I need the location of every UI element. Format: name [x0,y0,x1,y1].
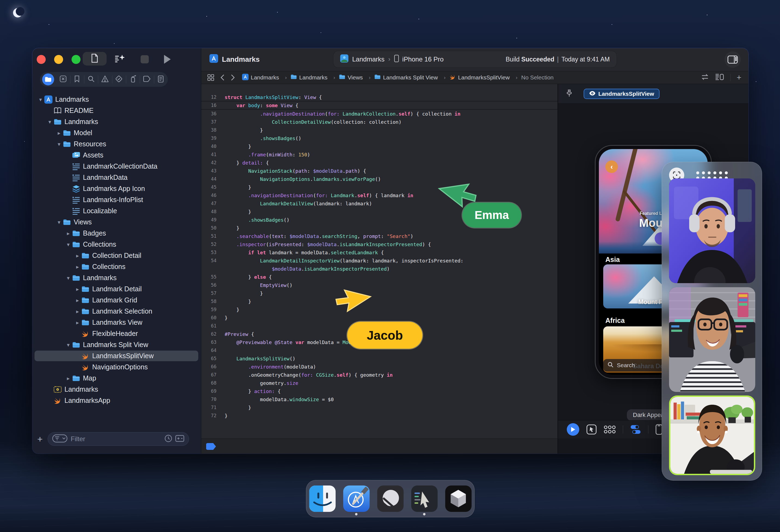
tree-item-landmark-grid[interactable]: ▸Landmark Grid [32,295,201,306]
close-button[interactable] [37,55,46,64]
tree-item-landmark-selection[interactable]: ▸Landmark Selection [32,306,201,317]
tree-item-label: LandmarksSplitView [92,352,154,360]
dock-icon-linear[interactable] [377,485,404,512]
related-items-icon[interactable] [207,74,214,81]
tree-item-landmarks-infoplist[interactable]: Landmarks-InfoPlist [32,194,201,205]
tree-item-collection-detail[interactable]: ▸Collection Detail [32,250,201,261]
source-editor[interactable]: 12struct LandmarksSplitView: View {16 va… [201,84,557,438]
dock-icon-cube[interactable] [445,485,472,512]
disclosure-icon[interactable]: ▾ [37,96,44,103]
tree-item-assets[interactable]: Assets [32,150,201,161]
back-button-preview[interactable]: ‹ [605,160,618,173]
swap-editor-icon[interactable] [701,74,709,82]
forward-button[interactable] [231,74,235,81]
tree-item-collections[interactable]: ▾Collections [32,239,201,250]
project-tab[interactable]: Landmarks [209,54,260,65]
device-settings-button[interactable] [630,425,641,434]
tree-item-landmarks[interactable]: ▾Landmarks [32,116,201,127]
pin-icon[interactable] [566,89,573,98]
navigator-tab-tests[interactable] [112,72,126,87]
navigator-tab-breakpoints[interactable] [140,72,154,87]
disclosure-icon[interactable]: ▸ [65,230,71,237]
navigator-tab-changes[interactable] [56,72,70,87]
compose-intelligence-button[interactable] [114,54,126,64]
breakpoint-marker[interactable] [206,443,216,450]
breadcrumb-segment[interactable]: LandmarksSplitView› [449,74,521,82]
tree-item-collections[interactable]: ▸Collections [32,261,201,272]
disclosure-icon[interactable]: ▸ [74,319,81,326]
tree-item-views[interactable]: ▾Views [32,216,201,228]
code-line-43: 43 NavigationStack(path: $modelData.path… [201,167,557,175]
tree-item-landmarks-app-icon[interactable]: Landmarks App Icon [32,183,201,194]
disclosure-icon[interactable]: ▸ [65,375,71,382]
dock-icon-xcode[interactable] [343,485,370,512]
tree-item-readme[interactable]: README [32,105,201,116]
tree-item-landmarkdata[interactable]: LandmarkData [32,172,201,183]
disclosure-icon[interactable]: ▸ [74,308,81,315]
line-number: 69 [201,388,225,394]
live-preview-button[interactable] [567,423,579,436]
recent-files-icon[interactable] [164,434,173,444]
disclosure-icon[interactable]: ▸ [74,263,81,270]
source-control-filter-icon[interactable] [175,434,184,444]
add-editor-icon[interactable]: + [736,73,741,82]
breadcrumb-segment[interactable]: Landmarks› [242,74,290,82]
tree-item-navigationoptions[interactable]: NavigationOptions [32,361,201,373]
tree-item-landmarks-view[interactable]: ▸Landmarks View [32,317,201,328]
video-call-window[interactable] [662,162,762,481]
tree-item-landmarkcollectiondata[interactable]: LandmarkCollectionData [32,161,201,172]
dock-icon-recorder[interactable] [411,485,438,512]
add-file-button[interactable]: + [32,434,48,444]
back-button[interactable] [220,74,225,81]
navigator-tab-bookmarks[interactable] [70,72,84,87]
scheme-selector[interactable]: Landmarks › iPhone 16 Pro Build Succeede… [333,51,617,68]
tree-item-landmarks[interactable]: ▾Landmarks [32,272,201,283]
breadcrumb-segment[interactable]: Landmarks Split View› [374,74,449,81]
new-file-button[interactable] [83,52,107,65]
navigator-tab-issues[interactable] [98,72,112,87]
zoom-button[interactable] [71,55,81,64]
variants-button[interactable] [604,425,616,434]
disclosure-icon[interactable]: ▸ [74,297,81,303]
tree-item-flexibleheader[interactable]: FlexibleHeader [32,328,201,339]
tree-item-landmark-detail[interactable]: ▸Landmark Detail [32,283,201,295]
tree-item-model[interactable]: ▸Model [32,127,201,138]
editor-options-icon[interactable] [715,73,724,82]
run-button[interactable] [162,54,172,64]
navigator-tab-project[interactable] [40,72,56,87]
disclosure-icon[interactable]: ▸ [56,130,62,136]
navigator-tab-find[interactable] [84,72,98,87]
stop-button[interactable] [141,55,149,63]
disclosure-icon[interactable]: ▸ [74,252,81,259]
breadcrumb-segment[interactable]: Landmarks› [290,74,339,81]
disclosure-icon[interactable]: ▾ [65,342,71,348]
tree-item-landmarks[interactable]: Landmarks [32,384,201,395]
code-line-wrap: $modelData.isLandmarkInspectorPresented) [201,264,557,273]
disclosure-icon[interactable]: ▾ [47,118,53,125]
build-status[interactable]: Build Succeeded|Today at 9:41 AM [505,56,610,63]
disclosure-icon[interactable]: ▾ [56,141,62,147]
minimize-button[interactable] [54,55,63,64]
tree-item-resources[interactable]: ▾Resources [32,138,201,150]
breadcrumb-segment[interactable]: Views› [339,74,374,81]
tree-item-badges[interactable]: ▸Badges [32,228,201,239]
navigator-tab-debug[interactable] [126,72,140,87]
preview-tab[interactable]: LandmarksSplitView [584,89,660,99]
filter-field[interactable] [48,432,189,446]
disclosure-icon[interactable]: ▾ [65,241,71,248]
tree-item-landmarksapp[interactable]: LandmarksApp [32,395,201,406]
breadcrumb-segment[interactable]: No Selection [521,74,553,81]
tree-item-map[interactable]: ▸Map [32,373,201,384]
tree-item-landmarks-split-view[interactable]: ▾Landmarks Split View [32,339,201,350]
disclosure-icon[interactable]: ▾ [65,275,71,281]
selectable-mode-button[interactable] [586,424,597,435]
disclosure-icon[interactable]: ▾ [56,219,62,226]
disclosure-icon[interactable]: ▸ [74,286,81,292]
navigator-tab-reports[interactable] [154,72,168,87]
tree-item-landmarks[interactable]: ▾Landmarks [32,94,201,105]
tree-item-localizable[interactable]: Localizable [32,205,201,216]
filter-input[interactable] [71,435,152,443]
tree-item-landmarkssplitview[interactable]: LandmarksSplitView [32,350,201,361]
dock-icon-finder[interactable] [309,485,336,512]
inspector-toggle-button[interactable] [725,51,741,68]
